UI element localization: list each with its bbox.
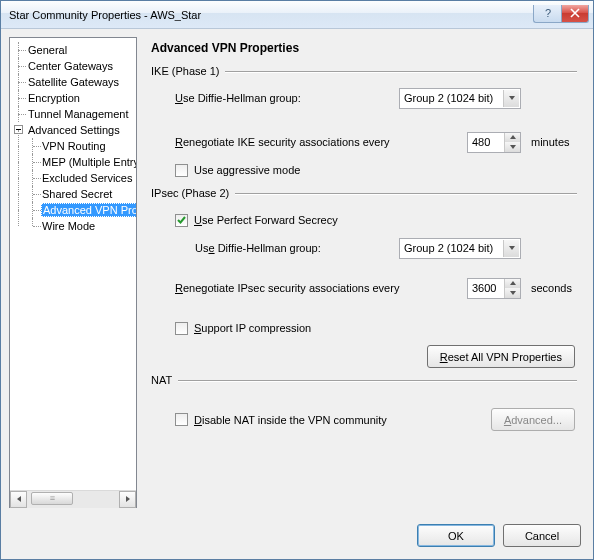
- scroll-thumb[interactable]: [31, 492, 73, 505]
- tree-child-item[interactable]: Wire Mode: [14, 218, 136, 234]
- scroll-track[interactable]: [27, 491, 119, 508]
- reset-vpn-properties-button[interactable]: Reset All VPN Properties: [427, 345, 575, 368]
- tree-item[interactable]: Satellite Gateways: [14, 74, 136, 90]
- tree-horizontal-scrollbar[interactable]: [10, 490, 136, 507]
- spin-down-button[interactable]: [505, 288, 520, 298]
- ipsec-reneg-unit: seconds: [521, 282, 577, 294]
- aggressive-mode-checkbox[interactable]: [175, 164, 188, 177]
- nat-advanced-button[interactable]: Advanced...: [491, 408, 575, 431]
- tree-item[interactable]: Encryption: [14, 90, 136, 106]
- spin-down-button[interactable]: [505, 142, 520, 152]
- ike-reneg-label: Renegotiate IKE security associations ev…: [175, 136, 390, 148]
- tree-child-item[interactable]: Advanced VPN Properties: [14, 202, 136, 218]
- dialog-footer: OK Cancel: [1, 516, 593, 559]
- ipsec-reneg-label: Renegotiate IPsec security associations …: [175, 282, 399, 294]
- ipsec-group-header: IPsec (Phase 2): [151, 187, 577, 199]
- ike-dh-group-select[interactable]: Group 2 (1024 bit): [399, 88, 521, 109]
- ipsec-reneg-input[interactable]: [468, 279, 504, 298]
- ip-compression-checkbox[interactable]: [175, 322, 188, 335]
- window-title: Star Community Properties - AWS_Star: [1, 9, 533, 21]
- pfs-checkbox[interactable]: [175, 214, 188, 227]
- disable-nat-checkbox[interactable]: [175, 413, 188, 426]
- ike-reneg-unit: minutes: [521, 136, 577, 148]
- tree-item[interactable]: General: [14, 42, 136, 58]
- main-panel: Advanced VPN Properties IKE (Phase 1) Us…: [143, 37, 585, 508]
- titlebar: Star Community Properties - AWS_Star ?: [1, 1, 593, 29]
- cancel-button[interactable]: Cancel: [503, 524, 581, 547]
- ipsec-dh-group-select[interactable]: Group 2 (1024 bit): [399, 238, 521, 259]
- dialog-window: Star Community Properties - AWS_Star ? G…: [0, 0, 594, 560]
- page-title: Advanced VPN Properties: [151, 41, 577, 55]
- ip-compression-label: Support IP compression: [194, 322, 311, 334]
- ike-reneg-input[interactable]: [468, 133, 504, 152]
- spin-up-button[interactable]: [505, 133, 520, 143]
- ipsec-reneg-spinner[interactable]: [467, 278, 521, 299]
- ike-dh-label: Use Diffie-Hellman group:: [175, 92, 301, 104]
- ike-reneg-spinner[interactable]: [467, 132, 521, 153]
- tree-item[interactable]: Center Gateways: [14, 58, 136, 74]
- svg-text:?: ?: [545, 8, 551, 18]
- chevron-down-icon: [503, 240, 519, 257]
- tree-child-item[interactable]: Shared Secret: [14, 186, 136, 202]
- nav-tree: GeneralCenter GatewaysSatellite Gateways…: [9, 37, 137, 508]
- tree-item-advanced-settings[interactable]: Advanced Settings: [14, 122, 136, 138]
- close-button[interactable]: [561, 5, 589, 23]
- chevron-down-icon: [503, 90, 519, 107]
- tree-item[interactable]: Tunnel Management: [14, 106, 136, 122]
- tree-child-item[interactable]: MEP (Multiple Entry Point): [14, 154, 136, 170]
- tree-child-item[interactable]: Excluded Services: [14, 170, 136, 186]
- scroll-right-button[interactable]: [119, 491, 136, 508]
- ipsec-dh-label: Use Diffie-Hellman group:: [195, 242, 321, 254]
- ok-button[interactable]: OK: [417, 524, 495, 547]
- aggressive-mode-label: Use aggressive mode: [194, 164, 300, 176]
- tree-child-item[interactable]: VPN Routing: [14, 138, 136, 154]
- ike-group-header: IKE (Phase 1): [151, 65, 577, 77]
- spin-up-button[interactable]: [505, 279, 520, 289]
- help-button[interactable]: ?: [533, 5, 561, 23]
- nat-group-header: NAT: [151, 374, 577, 386]
- disable-nat-label: Disable NAT inside the VPN community: [194, 414, 387, 426]
- pfs-label: Use Perfect Forward Secrecy: [194, 214, 338, 226]
- scroll-left-button[interactable]: [10, 491, 27, 508]
